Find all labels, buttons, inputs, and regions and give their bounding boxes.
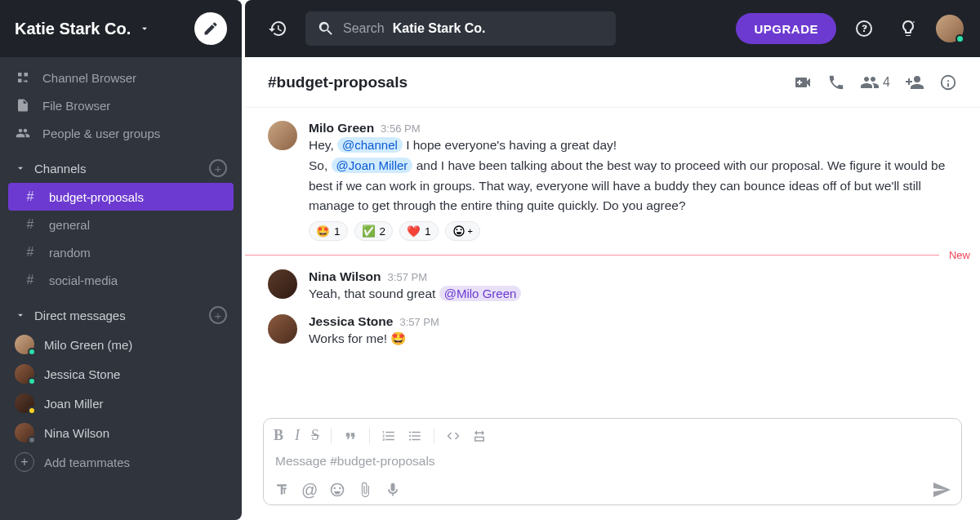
channel-title: #budget-proposals [268,73,408,91]
composer-input[interactable]: Message #budget-proposals [264,449,961,475]
hash-icon: # [23,189,38,204]
add-reaction-button[interactable]: + [445,221,480,241]
ordered-list-button[interactable] [381,429,396,443]
dm-section-header[interactable]: Direct messages + [0,300,242,330]
avatar [15,393,34,413]
info-icon [939,73,957,91]
channel-mention[interactable]: @channel [337,137,403,153]
member-count: 4 [883,75,890,90]
channel-info-button[interactable] [939,73,957,91]
history-button[interactable] [261,12,294,45]
add-dm-button[interactable]: + [209,306,227,324]
quote-button[interactable] [343,429,358,443]
code-block-button[interactable] [472,429,487,443]
sidebar: Katie Stark Co. Channel Browser File Bro… [0,0,242,520]
unordered-list-button[interactable] [408,429,422,443]
video-plus-icon [793,73,813,92]
help-icon [854,19,874,38]
divider-label: New [939,249,980,261]
emoji-button[interactable] [329,482,345,498]
workspace-header[interactable]: Katie Stark Co. [0,0,242,57]
channels-section-header[interactable]: Channels + [0,153,242,183]
audio-button[interactable] [385,482,401,498]
workspace-name: Katie Stark Co. [15,20,131,38]
dm-label: Nina Wilson [44,426,109,440]
channel-label: general [49,218,90,232]
lightbulb-icon [898,19,918,38]
smile-plus-icon [452,224,466,238]
composer-area: B I S Message #budget-proposals @ [245,410,980,520]
dm-label: Jessica Stone [44,367,120,381]
messages-list: Milo Green 3:56 PM Hey, @channel I hope … [245,108,980,410]
upgrade-button[interactable]: UPGRADE [736,13,836,44]
mention-button[interactable]: @ [301,481,318,500]
avatar [15,364,34,384]
quote-icon [343,429,358,443]
send-button[interactable] [932,480,951,500]
channel-social-media[interactable]: # social-media [8,266,234,294]
add-member-button[interactable] [905,73,924,92]
presence-indicator [956,34,964,43]
file-browser-item[interactable]: File Browser [0,91,242,119]
sidebar-item-label: People & user groups [42,127,160,140]
channel-general[interactable]: # general [8,211,234,238]
message-time: 3:56 PM [381,122,420,135]
avatar [15,423,34,442]
dm-list: Milo Green (me) Jessica Stone Joan Mille… [0,330,242,477]
dm-nina-wilson[interactable]: Nina Wilson [0,418,242,447]
people-icon [860,73,880,92]
message: Nina Wilson 3:57 PM Yeah, that sound gre… [245,264,980,309]
message-user[interactable]: Jessica Stone [309,314,393,329]
code-button[interactable] [446,429,461,443]
add-teammates-button[interactable]: + Add teammates [0,447,242,477]
help-button[interactable] [848,12,880,45]
channel-header: #budget-proposals 4 [245,57,980,108]
new-messages-divider: New [245,249,980,261]
attach-button[interactable] [357,482,373,498]
italic-button[interactable]: I [295,427,300,444]
call-button[interactable] [827,73,845,91]
presence-indicator [28,348,36,356]
add-channel-button[interactable]: + [209,159,227,177]
channel-browser-item[interactable]: Channel Browser [0,64,242,91]
dm-jessica-stone[interactable]: Jessica Stone [0,359,242,389]
compose-button[interactable] [194,12,227,45]
channel-budget-proposals[interactable]: # budget-proposals [8,183,234,211]
composer-format-toolbar: B I S [264,419,961,449]
hash-icon: # [23,273,38,287]
people-icon [15,125,31,141]
reaction[interactable]: 🤩1 [309,221,348,241]
text-format-button[interactable] [274,482,290,498]
send-icon [932,480,951,500]
user-avatar[interactable] [936,15,964,42]
message-user[interactable]: Milo Green [309,121,374,136]
user-mention[interactable]: @Joan Miller [332,158,413,173]
microphone-icon [385,482,401,498]
strike-button[interactable]: S [311,427,319,444]
presence-indicator [28,407,36,415]
bold-button[interactable]: B [274,427,283,444]
dm-title: Direct messages [34,309,126,322]
topbar: Search Katie Stark Co. UPGRADE [245,0,980,57]
avatar[interactable] [268,314,297,344]
reactions: 🤩1 ✅2 ❤️1 + [309,221,957,241]
avatar[interactable] [268,121,297,150]
avatar[interactable] [268,269,297,299]
reaction[interactable]: ❤️1 [399,221,439,241]
search-input[interactable]: Search Katie Stark Co. [305,11,616,46]
message: Milo Green 3:56 PM Hey, @channel I hope … [245,116,980,246]
search-icon [317,20,335,38]
message-text: Hey, @channel I hope everyone's having a… [309,136,957,216]
people-groups-item[interactable]: People & user groups [0,119,242,147]
dm-milo-green[interactable]: Milo Green (me) [0,330,242,359]
message-user[interactable]: Nina Wilson [309,269,381,284]
add-video-button[interactable] [793,73,813,92]
channel-random[interactable]: # random [8,238,234,266]
lightbulb-button[interactable] [892,12,924,45]
members-button[interactable]: 4 [860,73,890,92]
dm-joan-miller[interactable]: Joan Miller [0,389,242,418]
channels-list: # budget-proposals # general # random # … [0,183,242,294]
attachment-icon [357,482,373,498]
reaction[interactable]: ✅2 [354,221,394,241]
user-mention[interactable]: @Milo Green [439,286,522,301]
